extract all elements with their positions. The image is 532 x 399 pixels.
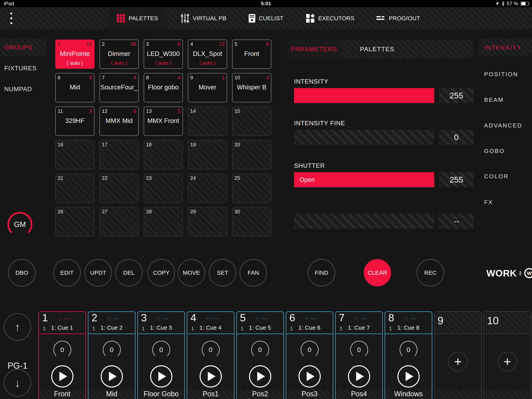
rec-button[interactable]: REC bbox=[417, 259, 444, 286]
unassigned-fader[interactable] bbox=[294, 214, 434, 229]
group-cell-17[interactable]: 17 bbox=[100, 140, 139, 169]
progout-icon bbox=[376, 16, 386, 21]
copy-button[interactable]: COPY bbox=[148, 259, 175, 286]
group-cell-3[interactable]: 38LED_W300( auto ) bbox=[144, 39, 183, 69]
fan-button[interactable]: FAN bbox=[240, 259, 267, 286]
play-button[interactable] bbox=[298, 365, 321, 387]
edit-button[interactable]: EDIT bbox=[53, 259, 81, 286]
find-button[interactable]: FIND bbox=[308, 259, 335, 286]
playback-knob[interactable]: 0 bbox=[202, 341, 220, 359]
attr-item-color[interactable]: COLOR bbox=[479, 168, 532, 185]
updt-button[interactable]: UPDT bbox=[84, 259, 112, 286]
group-cell-8[interactable]: 84Floor gobo bbox=[144, 73, 183, 102]
menu-button[interactable] bbox=[6, 7, 17, 29]
play-button[interactable] bbox=[150, 365, 172, 387]
tab-executors[interactable]: EXECUTORS bbox=[302, 7, 358, 29]
tab-palettes[interactable]: PALETTES bbox=[109, 7, 165, 29]
group-cell-22[interactable]: 22 bbox=[100, 174, 139, 203]
clear-button[interactable]: CLEAR bbox=[364, 259, 391, 286]
intensity-fine-value: 0 bbox=[439, 130, 474, 145]
group-name: MiniPointe bbox=[56, 50, 94, 58]
add-playback-button[interactable]: + bbox=[448, 352, 468, 371]
group-cell-2[interactable]: 236Dimmer( auto ) bbox=[100, 39, 139, 69]
group-cell-10[interactable]: 103Whisper B bbox=[232, 73, 271, 102]
attr-item-intensity[interactable]: INTENSITY bbox=[479, 39, 532, 56]
page-down-button[interactable]: ↓ bbox=[4, 369, 31, 396]
tab-palettes-panel[interactable]: PALETTES bbox=[341, 40, 414, 58]
group-cell-5[interactable]: 56Front bbox=[232, 39, 271, 69]
tab-cuelist[interactable]: CUELIST bbox=[241, 7, 290, 29]
action-label: SET bbox=[217, 270, 228, 276]
group-cell-12[interactable]: 126MMX Mid bbox=[100, 107, 139, 136]
group-name: SourceFour_ bbox=[100, 84, 138, 91]
group-cell-15[interactable]: 15 bbox=[232, 107, 271, 136]
play-button[interactable] bbox=[249, 365, 271, 387]
status-bar: iPad 5:01 57 % bbox=[0, 0, 532, 7]
group-cell-30[interactable]: 30 bbox=[232, 207, 271, 236]
attr-item-position[interactable]: POSITION bbox=[479, 66, 532, 83]
group-cell-14[interactable]: 14 bbox=[188, 107, 227, 136]
add-playback-button[interactable]: + bbox=[498, 352, 517, 371]
group-cell-7[interactable]: 74SourceFour_ bbox=[100, 73, 139, 102]
playback-knob[interactable]: 0 bbox=[399, 341, 418, 359]
group-cell-16[interactable]: 16 bbox=[55, 140, 95, 169]
group-cell-19[interactable]: 19 bbox=[188, 140, 227, 169]
group-cell-24[interactable]: 24 bbox=[188, 174, 227, 203]
attr-item-gobo[interactable]: GOBO bbox=[479, 142, 532, 159]
group-cell-23[interactable]: 23 bbox=[144, 174, 183, 203]
intensity-fine-fader[interactable] bbox=[294, 130, 434, 145]
group-number: 11 bbox=[58, 108, 63, 114]
playback-knob[interactable]: 0 bbox=[103, 341, 121, 359]
group-cell-20[interactable]: 20 bbox=[232, 140, 271, 169]
group-cell-27[interactable]: 27 bbox=[100, 207, 139, 236]
attr-item-fx[interactable]: FX bbox=[479, 194, 532, 211]
dbo-button[interactable]: DBO bbox=[8, 259, 35, 286]
playback-knob[interactable]: 0 bbox=[152, 341, 170, 359]
playback-cue: 1: Cue 3 bbox=[150, 324, 172, 331]
group-cell-6[interactable]: 66Mid bbox=[55, 73, 95, 102]
group-cell-25[interactable]: 25 bbox=[232, 174, 271, 203]
group-cell-1[interactable]: 112MiniPointe( auto ) bbox=[55, 39, 95, 69]
page-up-button[interactable]: ↑ bbox=[4, 313, 31, 341]
attr-item-advanced[interactable]: ADVANCED bbox=[479, 117, 532, 134]
playback-knob[interactable]: 0 bbox=[53, 341, 71, 359]
grand-master-label: GM bbox=[14, 220, 26, 229]
attr-item-beam[interactable]: BEAM bbox=[479, 91, 532, 108]
move-button[interactable]: MOVE bbox=[178, 259, 205, 286]
tab-virtual-pb[interactable]: VIRTUAL PB bbox=[175, 7, 232, 29]
attr-label: ADVANCED bbox=[484, 122, 522, 129]
sidebar-item-fixtures[interactable]: FIXTURES bbox=[0, 60, 46, 77]
attr-label: COLOR bbox=[484, 173, 509, 180]
set-button[interactable]: SET bbox=[209, 259, 236, 286]
playback-knob[interactable]: 0 bbox=[350, 341, 368, 359]
playback-label-strip: Pos4 bbox=[336, 390, 382, 399]
group-cell-9[interactable]: 91Mover bbox=[188, 73, 227, 102]
tab-prog-out[interactable]: PROG/OUT bbox=[370, 7, 426, 29]
playback-status: -: --- bbox=[206, 315, 218, 322]
group-cell-21[interactable]: 21 bbox=[55, 174, 95, 203]
playback-knob[interactable]: 0 bbox=[251, 341, 269, 359]
group-cell-18[interactable]: 18 bbox=[144, 140, 183, 169]
play-button[interactable] bbox=[200, 365, 222, 387]
intensity-fader[interactable] bbox=[294, 88, 434, 103]
group-number: 17 bbox=[102, 142, 108, 148]
grand-master-button[interactable]: GM bbox=[7, 212, 32, 237]
group-cell-28[interactable]: 28 bbox=[144, 207, 183, 236]
tab-parameters[interactable]: PARAMETERS bbox=[288, 40, 341, 58]
playback-knob[interactable]: 0 bbox=[301, 341, 319, 359]
knob-value: 0 bbox=[159, 346, 163, 354]
shutter-fader[interactable]: Open bbox=[294, 172, 434, 187]
group-cell-4[interactable]: 412DLX_Spot( auto ) bbox=[188, 39, 227, 69]
group-cell-13[interactable]: 135MMX Front bbox=[144, 107, 183, 136]
sidebar-item-groups[interactable]: GROUPS bbox=[0, 39, 46, 56]
group-cell-29[interactable]: 29 bbox=[188, 207, 227, 236]
sidebar-item-numpad[interactable]: NUMPAD bbox=[0, 81, 46, 98]
del-button[interactable]: DEL bbox=[115, 259, 143, 286]
group-cell-11[interactable]: 113329HF bbox=[55, 107, 95, 136]
playback-header: 5 -: --- 1 1: Cue 5 bbox=[237, 312, 283, 334]
play-button[interactable] bbox=[101, 365, 123, 387]
play-button[interactable] bbox=[398, 365, 420, 387]
play-button[interactable] bbox=[51, 365, 73, 387]
group-cell-26[interactable]: 26 bbox=[55, 207, 95, 236]
play-button[interactable] bbox=[348, 365, 370, 387]
